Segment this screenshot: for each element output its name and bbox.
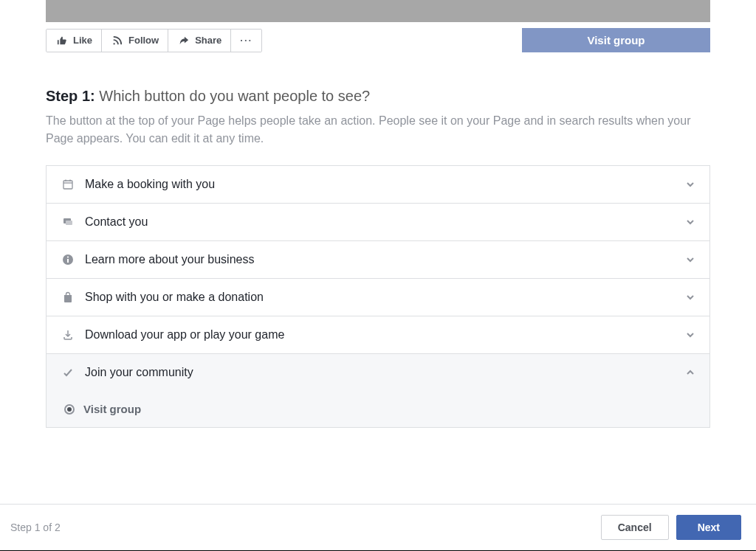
calendar-icon <box>61 178 75 191</box>
option-label: Download your app or play your game <box>85 328 676 342</box>
visit-group-label: Visit group <box>587 34 645 46</box>
follow-button[interactable]: Follow <box>102 30 168 52</box>
bag-icon <box>61 291 75 304</box>
visit-group-button[interactable]: Visit group <box>522 28 710 52</box>
option-make-booking[interactable]: Make a booking with you <box>47 166 709 203</box>
cta-option-accordion: Make a booking with you Contact you Le <box>46 165 710 428</box>
check-icon <box>61 366 75 379</box>
rss-icon <box>111 34 124 47</box>
chevron-down-icon <box>686 218 695 226</box>
cancel-label: Cancel <box>618 521 652 533</box>
step-question: Which button do you want people to see? <box>99 88 370 104</box>
option-shop-donate[interactable]: Shop with you or make a donation <box>47 278 709 316</box>
more-button[interactable]: ··· <box>231 30 261 52</box>
like-button[interactable]: Like <box>47 30 102 52</box>
step-description: The button at the top of your Page helps… <box>46 112 710 148</box>
download-icon <box>61 328 75 342</box>
option-learn-more[interactable]: Learn more about your business <box>47 240 709 278</box>
like-label: Like <box>73 35 92 46</box>
share-label: Share <box>195 35 221 46</box>
option-join-community[interactable]: Join your community <box>47 353 709 391</box>
option-label: Contact you <box>85 215 676 229</box>
page-action-bar: Like Follow Share ··· Visit group <box>46 28 710 52</box>
chevron-down-icon <box>686 255 695 264</box>
step-heading: Step 1: Which button do you want people … <box>46 88 710 105</box>
share-button[interactable]: Share <box>168 30 231 52</box>
dialog-footer: Step 1 of 2 Cancel Next <box>0 504 756 550</box>
info-icon <box>61 253 75 266</box>
thumb-up-icon <box>55 34 69 47</box>
svg-rect-8 <box>67 259 69 263</box>
option-label: Shop with you or make a donation <box>85 291 676 304</box>
cancel-button[interactable]: Cancel <box>601 515 669 540</box>
next-button[interactable]: Next <box>676 515 741 540</box>
svg-point-0 <box>114 43 115 44</box>
step-label: Step 1: <box>46 88 95 104</box>
main-content: Step 1: Which button do you want people … <box>46 88 710 428</box>
follow-label: Follow <box>128 35 159 46</box>
svg-point-9 <box>67 256 69 257</box>
chevron-up-icon <box>686 368 695 377</box>
chevron-down-icon <box>686 293 695 302</box>
footer-step-indicator: Step 1 of 2 <box>10 521 61 533</box>
suboption-label: Visit group <box>83 403 141 415</box>
ellipsis-icon: ··· <box>240 35 252 46</box>
chevron-down-icon <box>686 180 695 189</box>
svg-rect-6 <box>66 221 72 225</box>
share-icon <box>177 34 190 47</box>
svg-rect-1 <box>63 181 72 189</box>
next-label: Next <box>698 521 720 533</box>
option-contact[interactable]: Contact you <box>47 203 709 240</box>
radio-selected-icon <box>64 404 75 415</box>
option-label: Make a booking with you <box>85 178 676 191</box>
option-label: Join your community <box>85 366 676 379</box>
chat-icon <box>61 215 75 229</box>
chevron-down-icon <box>686 330 695 339</box>
cover-placeholder <box>46 0 710 22</box>
option-download-app[interactable]: Download your app or play your game <box>47 316 709 353</box>
page-action-button-group: Like Follow Share ··· <box>46 29 262 52</box>
suboption-visit-group[interactable]: Visit group <box>47 391 709 427</box>
option-label: Learn more about your business <box>85 253 676 266</box>
